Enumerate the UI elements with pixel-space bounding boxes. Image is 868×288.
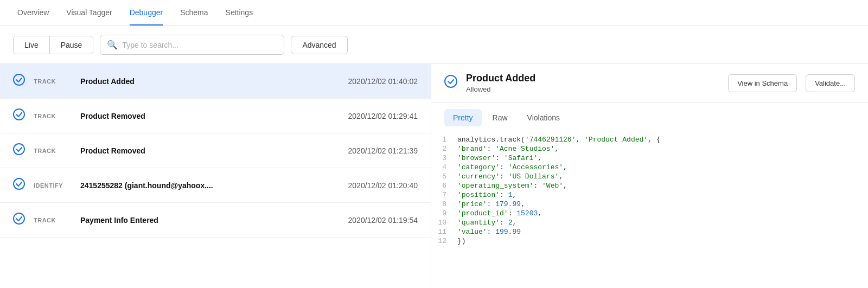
nav-item-visual-tagger[interactable]: Visual Tagger	[66, 1, 112, 25]
code-token: 'price'	[457, 200, 487, 208]
line-content: analytics.track('7446291126', 'Product A…	[457, 136, 868, 144]
svg-point-4	[14, 213, 24, 224]
code-token: 'product_id'	[457, 209, 508, 217]
code-token: :	[500, 191, 508, 199]
code-line: 4 'category': 'Accessories',	[431, 163, 868, 172]
event-time-label: 2020/12/02 01:29:41	[348, 112, 418, 120]
event-type-label: IDENTIFY	[34, 182, 72, 189]
live-pause-group: Live Pause	[13, 36, 93, 54]
code-line: 1analytics.track('7446291126', 'Product …	[431, 135, 868, 144]
tab-violations[interactable]: Violations	[519, 109, 569, 126]
line-number: 9	[431, 209, 457, 217]
code-token: ,	[554, 145, 559, 153]
line-content: 'quantity': 2,	[457, 219, 868, 227]
event-name-label: Payment Info Entered	[80, 216, 340, 225]
code-token: ,	[512, 219, 516, 227]
tab-pretty[interactable]: Pretty	[444, 109, 482, 126]
code-token: :	[533, 182, 542, 190]
code-line: 8 'price': 179.99,	[431, 200, 868, 209]
svg-point-1	[14, 109, 24, 120]
event-row[interactable]: TRACKProduct Removed2020/12/02 01:29:41	[0, 99, 431, 133]
line-number: 1	[431, 136, 457, 144]
check-icon	[13, 178, 25, 193]
line-number: 3	[431, 154, 457, 162]
advanced-button[interactable]: Advanced	[291, 36, 347, 54]
search-input[interactable]	[122, 41, 277, 49]
code-token: 15203	[516, 209, 538, 217]
event-type-label: TRACK	[34, 148, 72, 154]
line-content: 'price': 179.99,	[457, 200, 868, 208]
event-row[interactable]: TRACKProduct Added2020/12/02 01:40:02	[0, 64, 431, 99]
line-content: 'category': 'Accessories',	[457, 163, 868, 171]
validate-button[interactable]: Validate...	[806, 74, 855, 92]
code-token: :	[500, 219, 508, 227]
code-token: :	[487, 200, 496, 208]
event-row[interactable]: TRACKProduct Removed2020/12/02 01:21:39	[0, 133, 431, 168]
nav-item-settings[interactable]: Settings	[226, 1, 253, 25]
nav-item-debugger[interactable]: Debugger	[130, 1, 163, 25]
line-content: 'product_id': 15203,	[457, 209, 868, 217]
event-time-label: 2020/12/02 01:19:54	[348, 216, 418, 225]
nav-item-overview[interactable]: Overview	[17, 1, 49, 25]
search-wrapper: 🔍	[100, 35, 284, 55]
code-token: 'Acne Studios'	[495, 145, 554, 153]
code-token: ,	[563, 182, 567, 190]
event-row[interactable]: TRACKPayment Info Entered2020/12/02 01:1…	[0, 203, 431, 238]
pause-button[interactable]: Pause	[50, 36, 93, 54]
svg-point-0	[14, 74, 24, 85]
line-number: 10	[431, 219, 457, 227]
line-content: 'value': 199.99	[457, 228, 868, 236]
code-token: 'Web'	[542, 182, 563, 190]
code-token: ,	[576, 136, 584, 144]
line-number: 8	[431, 200, 457, 208]
detail-title: Product Added	[466, 73, 719, 84]
event-type-label: TRACK	[34, 78, 72, 85]
view-schema-button[interactable]: View in Schema	[728, 74, 797, 92]
code-token: :	[495, 154, 504, 162]
code-token: :	[500, 163, 508, 171]
live-button[interactable]: Live	[14, 36, 50, 54]
line-number: 12	[431, 237, 457, 245]
code-token: })	[457, 237, 466, 245]
tab-raw[interactable]: Raw	[484, 109, 516, 126]
code-token: 'quantity'	[457, 219, 500, 227]
code-token: :	[508, 209, 517, 217]
code-token: , {	[648, 136, 660, 144]
detail-check-icon	[444, 75, 457, 91]
nav-item-schema[interactable]: Schema	[180, 1, 208, 25]
code-token: 'browser'	[457, 154, 495, 162]
code-token: ,	[538, 209, 542, 217]
code-panel: 1analytics.track('7446291126', 'Product …	[431, 126, 868, 288]
event-name-label: Product Added	[80, 77, 340, 86]
code-line: 6 'operating_system': 'Web',	[431, 181, 868, 190]
event-list: TRACKProduct Added2020/12/02 01:40:02TRA…	[0, 64, 431, 288]
line-content: 'operating_system': 'Web',	[457, 182, 868, 190]
event-time-label: 2020/12/02 01:21:39	[348, 146, 418, 155]
line-number: 7	[431, 191, 457, 199]
line-number: 11	[431, 228, 457, 236]
code-token: 'Product Added'	[584, 136, 648, 144]
event-type-label: TRACK	[34, 217, 72, 223]
code-line: 12})	[431, 236, 868, 246]
line-number: 4	[431, 163, 457, 171]
code-token: ,	[559, 172, 563, 181]
code-token: analytics.track(	[457, 136, 525, 144]
svg-point-3	[14, 178, 24, 189]
event-name-label: Product Removed	[80, 112, 340, 120]
code-line: 2 'brand': 'Acne Studios',	[431, 144, 868, 153]
code-token: ,	[521, 200, 525, 208]
svg-point-5	[445, 75, 457, 87]
line-content: 'browser': 'Safari',	[457, 154, 868, 162]
code-token: 'value'	[457, 228, 487, 236]
event-row[interactable]: IDENTIFY2415255282 (giant.hound@yahoox..…	[0, 168, 431, 203]
code-token: 'currency'	[457, 172, 500, 181]
check-icon	[13, 74, 25, 88]
line-content: 'currency': 'US Dollars',	[457, 172, 868, 181]
event-time-label: 2020/12/02 01:40:02	[348, 77, 418, 86]
code-token: ,	[538, 154, 542, 162]
code-token: 199.99	[495, 228, 521, 236]
nav-bar: OverviewVisual TaggerDebuggerSchemaSetti…	[0, 0, 868, 26]
code-line: 10 'quantity': 2,	[431, 218, 868, 227]
code-token: :	[500, 172, 508, 181]
code-line: 3 'browser': 'Safari',	[431, 153, 868, 163]
